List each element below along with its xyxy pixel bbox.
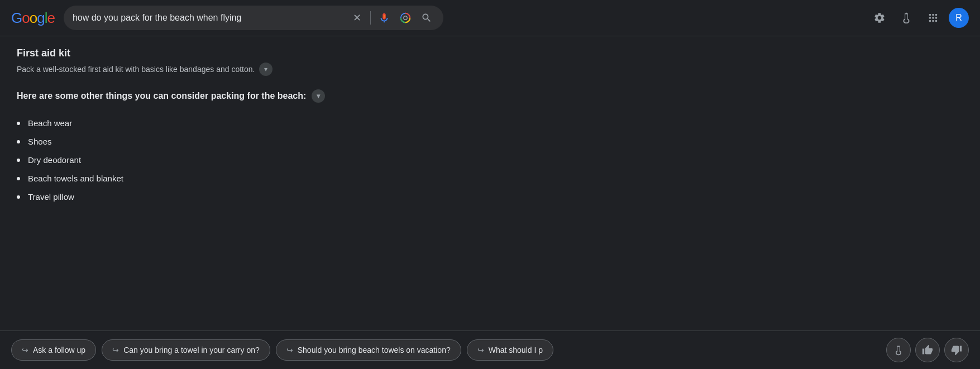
bullet-dot [17, 140, 20, 143]
microphone-icon[interactable] [376, 10, 392, 26]
consider-heading-text: Here are some other things you can consi… [17, 91, 306, 101]
follow-up-label: Ask a follow up [33, 346, 85, 354]
list-item: Beach wear [17, 114, 486, 132]
thumbs-down-button[interactable] [944, 338, 969, 362]
first-aid-description-text: Pack a well-stocked first aid kit with b… [17, 65, 255, 74]
packing-list: Beach wear Shoes Dry deodorant Beach tow… [17, 114, 486, 206]
lens-icon[interactable] [398, 10, 413, 26]
bullet-dot [17, 177, 20, 180]
main-content: First aid kit Pack a well-stocked first … [0, 36, 503, 231]
labs-button[interactable] [895, 7, 917, 29]
list-item: Beach towels and blanket [17, 169, 486, 188]
section-title: First aid kit [17, 47, 486, 59]
bullet-dot [17, 195, 20, 199]
svg-rect-0 [384, 15, 384, 18]
bullet-dot [17, 122, 20, 125]
svg-point-2 [404, 16, 407, 20]
list-item-text: Travel pillow [28, 192, 74, 202]
bottom-bar: ↪ Ask a follow up ↪ Can you bring a towe… [0, 330, 980, 369]
search-button[interactable] [419, 10, 434, 26]
settings-button[interactable] [868, 7, 891, 29]
list-item-text: Beach towels and blanket [28, 174, 123, 183]
search-input[interactable] [73, 13, 344, 23]
header: Google ✕ [0, 0, 980, 36]
bullet-dot [17, 159, 20, 162]
first-aid-expand-button[interactable]: ▾ [259, 63, 273, 76]
suggestion-arrow-icon-3: ↪ [477, 346, 484, 354]
labs-action-button[interactable] [886, 338, 911, 362]
suggestion-pill-2[interactable]: ↪ Should you bring beach towels on vacat… [276, 339, 461, 361]
consider-heading: Here are some other things you can consi… [17, 89, 486, 103]
follow-up-button[interactable]: ↪ Ask a follow up [11, 339, 96, 361]
suggestion-label-2: Should you bring beach towels on vacatio… [298, 346, 451, 354]
list-item: Dry deodorant [17, 151, 486, 169]
search-bar: ✕ [64, 6, 443, 30]
header-right-actions: R [868, 7, 969, 29]
section-description: Pack a well-stocked first aid kit with b… [17, 63, 486, 76]
close-icon[interactable]: ✕ [350, 11, 365, 25]
suggestion-label-3: What should I p [489, 346, 543, 354]
suggestion-pill-3[interactable]: ↪ What should I p [467, 339, 553, 361]
suggestion-pill-1[interactable]: ↪ Can you bring a towel in your carry on… [102, 339, 270, 361]
list-item-text: Beach wear [28, 118, 72, 128]
google-logo[interactable]: Google [11, 9, 55, 27]
list-item: Shoes [17, 132, 486, 151]
suggestion-arrow-icon-2: ↪ [286, 346, 293, 354]
consider-expand-button[interactable]: ▾ [312, 89, 325, 103]
list-item-text: Dry deodorant [28, 155, 81, 165]
followup-arrow-icon: ↪ [22, 346, 28, 354]
apps-button[interactable] [922, 7, 944, 29]
thumbs-up-button[interactable] [915, 338, 940, 362]
list-item: Travel pillow [17, 188, 486, 206]
user-avatar[interactable]: R [949, 8, 969, 28]
list-item-text: Shoes [28, 137, 52, 146]
search-divider [370, 11, 371, 25]
bottom-action-buttons [886, 338, 969, 362]
suggestion-label-1: Can you bring a towel in your carry on? [123, 346, 260, 354]
suggestion-arrow-icon-1: ↪ [112, 346, 119, 354]
